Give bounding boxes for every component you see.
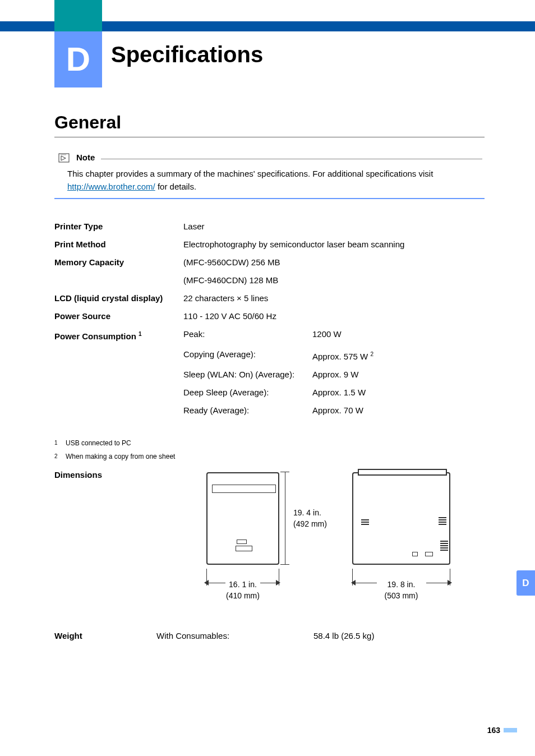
weight-mode: With Consumables: bbox=[156, 631, 313, 640]
spec-mode: Copying (Average): bbox=[183, 345, 312, 366]
spec-label: Power Consumption 1 bbox=[54, 325, 183, 345]
spec-mode: Peak: bbox=[183, 325, 312, 345]
printer-front-illustration bbox=[206, 472, 279, 565]
section-heading-general: General bbox=[54, 112, 121, 133]
vent-icon bbox=[439, 517, 446, 525]
vent-icon bbox=[361, 518, 369, 525]
spec-row-power-deepsleep: Deep Sleep (Average): Approx. 1.5 W bbox=[54, 384, 485, 402]
spec-label: Printer Type bbox=[54, 218, 183, 236]
spec-mode: Sleep (WLAN: On) (Average): bbox=[183, 366, 312, 384]
spec-mode: Ready (Average): bbox=[183, 402, 312, 420]
dim-height-in: 19. 4 in. bbox=[293, 508, 321, 517]
footnote-2: 2 When making a copy from one sheet bbox=[54, 451, 175, 462]
footnote-ref-1: 1 bbox=[139, 331, 142, 337]
dim-ws-in: 19. 8 in. bbox=[388, 580, 416, 589]
note-text-b: for details. bbox=[155, 182, 196, 191]
pc-label: Power Consumption bbox=[54, 331, 136, 341]
spec-row-power-sleep: Sleep (WLAN: On) (Average): Approx. 9 W bbox=[54, 366, 485, 384]
printer-side-illustration bbox=[352, 472, 450, 565]
footnote-ref-2: 2 bbox=[370, 351, 373, 357]
dim-wf-in: 16. 1 in. bbox=[229, 580, 257, 589]
spec-mode: Deep Sleep (Average): bbox=[183, 384, 312, 402]
footnote-2-ref: 2 bbox=[54, 451, 66, 462]
dim-ws-mm: (503 mm) bbox=[385, 591, 418, 600]
dim-height-mm: (492 mm) bbox=[293, 519, 327, 528]
note-link[interactable]: http://www.brother.com/ bbox=[67, 182, 155, 191]
spec-row-power-copying: Copying (Average): Approx. 575 W 2 bbox=[54, 345, 485, 366]
note-label: Note bbox=[76, 153, 95, 162]
spec-value: Laser bbox=[183, 218, 485, 236]
dimensions-figure: 19. 4 in. (492 mm) 16. 1 in. (410 mm) 19… bbox=[184, 472, 481, 612]
spec-row-memory: Memory Capacity (MFC-9560CDW) 256 MB bbox=[54, 253, 485, 271]
footnote-2-text: When making a copy from one sheet bbox=[66, 451, 175, 462]
spec-value: Approx. 70 W bbox=[312, 402, 485, 420]
printer-panel bbox=[212, 485, 276, 493]
note-label-rule bbox=[101, 159, 482, 159]
spec-empty bbox=[54, 384, 183, 402]
spec-value: Approx. 9 W bbox=[312, 366, 485, 384]
chapter-title: Specifications bbox=[111, 42, 263, 67]
spec-row-print-method: Print Method Electrophotography by semic… bbox=[54, 236, 485, 253]
spec-label: LCD (liquid crystal display) bbox=[54, 289, 183, 307]
spec-value: 22 characters × 5 lines bbox=[183, 289, 485, 307]
spec-value: Electrophotography by semiconductor lase… bbox=[183, 236, 485, 253]
footnote-1-ref: 1 bbox=[54, 437, 66, 449]
weight-label: Weight bbox=[54, 631, 156, 640]
dimensions-label: Dimensions bbox=[54, 470, 102, 480]
spec-row-printer-type: Printer Type Laser bbox=[54, 218, 485, 236]
spec-row-lcd: LCD (liquid crystal display) 22 characte… bbox=[54, 289, 485, 307]
weight-value: 58.4 lb (26.5 kg) bbox=[313, 631, 374, 640]
dim-height-line bbox=[285, 472, 285, 565]
note-text-a: This chapter provides a summary of the m… bbox=[67, 169, 433, 178]
spec-empty bbox=[54, 366, 183, 384]
footnote-1-text: USB connected to PC bbox=[66, 437, 131, 449]
section-heading-rule bbox=[54, 137, 485, 137]
spec-value: Approx. 575 W 2 bbox=[312, 345, 485, 366]
dim-width-side-text: 19. 8 in. (503 mm) bbox=[352, 579, 450, 601]
spec-label: Print Method bbox=[54, 236, 183, 253]
page-number: 163 bbox=[487, 726, 500, 735]
footnotes: 1 USB connected to PC 2 When making a co… bbox=[54, 437, 175, 464]
printer-slot bbox=[236, 546, 252, 551]
dim-height-text: 19. 4 in. (492 mm) bbox=[293, 507, 327, 529]
spec-value: (MFC-9460CDN) 128 MB bbox=[183, 271, 485, 289]
dim-width-front-text: 16. 1 in. (410 mm) bbox=[206, 579, 279, 601]
spec-row-memory-2: (MFC-9460CDN) 128 MB bbox=[54, 271, 485, 289]
spec-row-power-peak: Power Consumption 1 Peak: 1200 W bbox=[54, 325, 485, 345]
note-bottom-rule bbox=[54, 198, 485, 199]
appendix-letter-block: D bbox=[54, 31, 102, 87]
spec-row-power-source: Power Source 110 - 120 V AC 50/60 Hz bbox=[54, 307, 485, 325]
spec-label: Power Source bbox=[54, 307, 183, 325]
spec-row-power-ready: Ready (Average): Approx. 70 W bbox=[54, 402, 485, 420]
spec-label: Memory Capacity bbox=[54, 253, 183, 271]
printer-slot-2 bbox=[237, 540, 247, 544]
footnote-1: 1 USB connected to PC bbox=[54, 437, 175, 449]
note-text: This chapter provides a summary of the m… bbox=[67, 167, 482, 193]
spec-empty bbox=[54, 271, 183, 289]
printer-side-lid bbox=[358, 469, 447, 476]
dim-wf-mm: (410 mm) bbox=[226, 591, 260, 600]
top-teal-block bbox=[54, 0, 102, 31]
spec-empty bbox=[54, 402, 183, 420]
pc-copy-val: Approx. 575 W bbox=[312, 352, 368, 361]
spec-table: Printer Type Laser Print Method Electrop… bbox=[54, 218, 485, 420]
spec-value: 110 - 120 V AC 50/60 Hz bbox=[183, 307, 485, 325]
spec-empty bbox=[54, 345, 183, 366]
spec-value: (MFC-9560CDW) 256 MB bbox=[183, 253, 485, 271]
vent-icon bbox=[440, 541, 448, 551]
weight-row: Weight With Consumables: 58.4 lb (26.5 k… bbox=[54, 631, 485, 640]
spec-value: Approx. 1.5 W bbox=[312, 384, 485, 402]
port-icon bbox=[412, 552, 418, 556]
note-icon bbox=[58, 153, 72, 164]
spec-value: 1200 W bbox=[312, 325, 485, 345]
dim-height-cap-top bbox=[280, 472, 289, 472]
page-number-bar bbox=[504, 728, 517, 732]
dim-height-cap-bottom bbox=[280, 564, 289, 565]
appendix-tab: D bbox=[516, 570, 535, 596]
port-icon bbox=[425, 552, 433, 556]
